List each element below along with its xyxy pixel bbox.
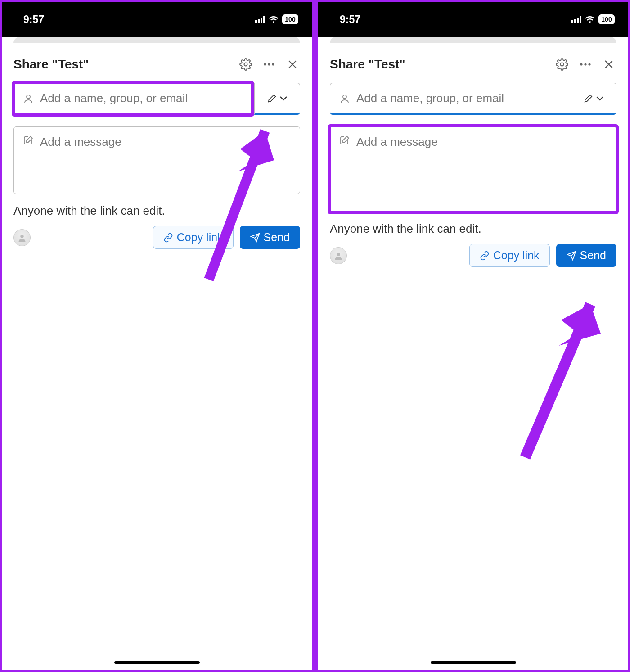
person-icon (23, 93, 34, 104)
copy-link-label: Copy link (177, 231, 223, 244)
send-button[interactable]: Send (240, 226, 300, 249)
settings-button[interactable] (238, 57, 253, 72)
recipient-placeholder: Add a name, group, or email (356, 91, 504, 105)
svg-point-5 (20, 235, 23, 238)
wifi-icon (585, 16, 595, 23)
send-button[interactable]: Send (556, 244, 616, 267)
cellular-icon (255, 16, 265, 23)
message-placeholder: Add a message (40, 135, 122, 149)
close-button[interactable] (601, 57, 616, 72)
svg-point-7 (580, 63, 582, 65)
send-icon (250, 233, 260, 243)
sheet-title: Share "Test" (14, 57, 230, 72)
copy-link-button[interactable]: Copy link (153, 226, 234, 249)
message-placeholder: Add a message (356, 135, 438, 149)
sheet-title: Share "Test" (330, 57, 546, 72)
person-icon (17, 233, 27, 243)
close-icon (604, 59, 614, 69)
permission-select[interactable] (254, 83, 300, 115)
permission-select[interactable] (571, 83, 616, 115)
settings-button[interactable] (554, 57, 570, 72)
share-sheet: Share "Test" Add a name, group, or email (2, 43, 312, 670)
status-icons: 100 (572, 14, 615, 24)
link-icon (480, 251, 490, 261)
status-bar: 9:57 100 (2, 2, 312, 37)
status-bar: 9:57 100 (318, 2, 628, 37)
link-icon (163, 233, 173, 243)
message-input[interactable]: Add a message (14, 126, 300, 194)
svg-point-4 (27, 95, 30, 99)
ellipsis-icon (263, 63, 275, 66)
compose-icon (23, 135, 34, 146)
avatar[interactable] (330, 247, 347, 264)
close-icon (288, 59, 297, 69)
svg-point-8 (584, 63, 586, 65)
send-label: Send (580, 249, 606, 262)
recipient-input[interactable]: Add a name, group, or email (14, 83, 254, 115)
svg-point-10 (343, 95, 346, 99)
gear-icon (556, 58, 568, 71)
chevron-down-icon (279, 96, 288, 101)
avatar[interactable] (14, 229, 31, 246)
more-button[interactable] (261, 57, 277, 72)
svg-point-9 (588, 63, 590, 65)
message-input[interactable]: Add a message (330, 126, 616, 212)
share-sheet: Share "Test" Add a name, group, or email (318, 43, 628, 670)
chevron-down-icon (596, 96, 604, 101)
battery-icon: 100 (282, 14, 298, 24)
battery-icon: 100 (598, 14, 615, 24)
home-indicator (114, 661, 200, 664)
status-time: 9:57 (23, 14, 44, 26)
svg-point-11 (337, 253, 340, 256)
cellular-icon (572, 16, 581, 23)
pencil-icon (267, 94, 277, 104)
person-icon (339, 93, 350, 104)
phone-right: 9:57 100 Share "Test" Add a name, group,… (316, 0, 630, 672)
phone-left: 9:57 100 Share "Test" Add a name, group,… (0, 0, 314, 672)
send-label: Send (264, 231, 290, 244)
more-button[interactable] (578, 57, 593, 72)
recipient-placeholder: Add a name, group, or email (40, 91, 188, 105)
svg-point-2 (268, 63, 270, 65)
home-indicator (431, 661, 516, 664)
send-icon (567, 251, 576, 261)
pencil-icon (583, 94, 593, 104)
svg-point-0 (244, 63, 248, 66)
wifi-icon (269, 16, 279, 23)
link-permission-text: Anyone with the link can edit. (330, 222, 616, 236)
svg-point-6 (561, 63, 564, 66)
svg-point-1 (264, 63, 266, 65)
status-icons: 100 (255, 14, 298, 24)
recipient-input[interactable]: Add a name, group, or email (330, 83, 571, 115)
link-permission-text: Anyone with the link can edit. (14, 204, 300, 218)
annotation-arrow (507, 295, 606, 466)
status-time: 9:57 (340, 14, 360, 26)
person-icon (333, 251, 343, 261)
compose-icon (339, 135, 350, 146)
ellipsis-icon (580, 63, 591, 66)
copy-link-button[interactable]: Copy link (469, 244, 550, 267)
svg-point-3 (272, 63, 274, 65)
copy-link-label: Copy link (493, 249, 540, 262)
gear-icon (239, 58, 252, 71)
close-button[interactable] (285, 57, 300, 72)
